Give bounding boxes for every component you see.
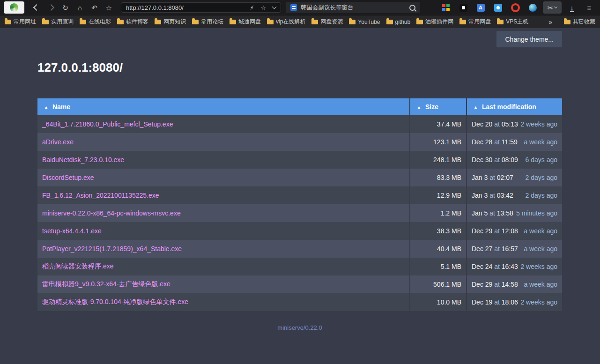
bookmark-item[interactable]: 常用网址 [5, 18, 36, 26]
tab-title: 韩国会副议长等窗台 [301, 4, 406, 12]
folder-icon [230, 20, 236, 24]
sort-header-size[interactable]: ▲Size [409, 98, 466, 115]
file-link[interactable]: DiscordSetup.exe [42, 174, 94, 181]
file-modified: Dec 20 at 05:132 weeks ago [466, 115, 562, 133]
sort-header-modified[interactable]: ▲Last modification [466, 98, 562, 115]
bookmark-item[interactable]: 油猴插件网 [416, 18, 453, 26]
folder-icon [497, 20, 504, 24]
flash-icon[interactable]: ⚡ [250, 5, 254, 11]
file-link[interactable]: tsetup-x64.4.4.1.exe [42, 227, 102, 235]
table-row: FB_1.6.12_Asion_20221001135225.exe12.9 M… [37, 186, 562, 204]
adblock-extension-button[interactable] [508, 1, 522, 14]
back-button[interactable] [29, 1, 44, 14]
miniserve-version-link[interactable]: miniserve/0.22.0 [277, 324, 322, 331]
bookmark-item[interactable]: YouTube [349, 19, 380, 25]
folder-icon [386, 20, 393, 24]
file-link[interactable]: _64Bit_1.7.21860.0_Public_mefcl_Setup.ex… [42, 120, 173, 128]
file-link[interactable]: 雷电模拟器9_v9.0.32-x64-去广告绿色版.exe [42, 280, 170, 288]
screenshot-tool-button[interactable]: ✂ [543, 1, 562, 14]
file-size: 40.4 MB [409, 240, 466, 258]
search-icon[interactable] [409, 5, 415, 11]
change-theme-button[interactable]: Change theme... [496, 31, 562, 47]
bookmark-item[interactable]: VPS主机 [497, 18, 528, 26]
sort-header-name[interactable]: ▲Name [37, 98, 409, 115]
bookmark-item[interactable]: 实用查询 [42, 18, 74, 26]
chevron-left-icon [33, 4, 39, 11]
extension-dark-button[interactable] [456, 1, 470, 14]
bookmark-label: 在线电影 [89, 18, 111, 26]
folder-icon [155, 20, 161, 24]
extension-blue-button[interactable] [491, 1, 505, 14]
download-button[interactable]: ↓ [565, 1, 579, 14]
folder-icon [349, 20, 356, 24]
folder-icon [80, 20, 86, 24]
header-label: Size [425, 103, 438, 111]
bookmark-label: 实用查询 [51, 18, 74, 26]
bookmarks-bar: 常用网址实用查询在线电影软件博客网页知识常用论坛城通网盘vip在线解析网盘资源Y… [0, 15, 600, 28]
table-header-row: ▲Name ▲Size ▲Last modification [37, 98, 562, 115]
bookmark-star-button[interactable]: ☆ [102, 1, 116, 14]
folder-icon [416, 20, 423, 24]
address-bar-icons: ⚡ ☆ [250, 5, 276, 11]
bookmark-item[interactable]: github [386, 19, 411, 25]
bookmark-item[interactable]: 网盘资源 [311, 18, 343, 26]
tab-favicon [290, 4, 297, 11]
browser-logo[interactable] [4, 1, 24, 14]
bookmark-item[interactable]: 软件博客 [117, 18, 148, 26]
sort-asc-icon: ▲ [474, 105, 478, 110]
file-link[interactable]: 稻壳阅读器安装程序.exe [42, 262, 113, 270]
file-link[interactable]: aDrive.exe [42, 138, 74, 146]
favorite-star-icon[interactable]: ☆ [260, 5, 266, 11]
bookmark-other-favorites[interactable]: 其它收藏 [558, 18, 595, 26]
folder-icon [117, 20, 124, 24]
menu-button[interactable]: ≡ [582, 1, 596, 14]
undo-button[interactable]: ↶ [87, 1, 102, 14]
folder-icon [564, 20, 570, 24]
file-link[interactable]: 驱动精灵标准版-9.70.0.104-纯净版绿色单文件.exe [42, 298, 188, 305]
folder-icon [5, 20, 11, 24]
download-icon: ↓ [570, 4, 574, 11]
globe-icon [529, 4, 537, 12]
file-link[interactable]: BaiduNetdisk_7.23.0.10.exe [42, 156, 124, 163]
home-button[interactable]: ⌂ [73, 1, 87, 14]
bookmark-label: YouTube [358, 19, 380, 25]
forward-button[interactable] [44, 1, 58, 14]
file-size: 1.2 MB [409, 204, 466, 222]
sort-asc-icon: ▲ [44, 105, 48, 110]
file-modified: Dec 27 at 16:57a week ago [466, 240, 562, 258]
chevron-right-icon [47, 4, 54, 11]
footer: miniserve/0.22.0 [37, 323, 562, 332]
bookmark-item[interactable]: 常用论坛 [192, 18, 223, 26]
file-link[interactable]: miniserve-0.22.0-x86_64-pc-windows-msvc.… [42, 209, 181, 217]
globe-extension-button[interactable] [526, 1, 540, 14]
apps-grid-button[interactable] [439, 1, 453, 14]
address-bar[interactable]: http://127.0.0.1:8080/ ⚡ ☆ [121, 2, 281, 13]
file-link[interactable]: FB_1.6.12_Asion_20221001135225.exe [42, 192, 159, 199]
address-dropdown-icon[interactable] [272, 5, 277, 9]
bookmarks-overflow-button[interactable]: » [543, 18, 558, 26]
bookmark-item[interactable]: 城通网盘 [230, 18, 261, 26]
table-row: 雷电模拟器9_v9.0.32-x64-去广告绿色版.exe506.1 MBDec… [37, 275, 562, 293]
caret-down-icon [554, 5, 557, 8]
translate-icon: A [477, 4, 485, 12]
url-text: http://127.0.0.1:8080/ [126, 4, 250, 11]
browser-tab[interactable]: 韩国会副议长等窗台 [286, 2, 420, 13]
reload-button[interactable]: ↻ [58, 1, 73, 14]
reload-icon: ↻ [62, 4, 68, 11]
bookmark-item[interactable]: 在线电影 [80, 18, 111, 26]
bookmark-item[interactable]: vip在线解析 [267, 18, 305, 26]
bookmark-item[interactable]: 网页知识 [155, 18, 186, 26]
star-icon: ☆ [106, 4, 112, 11]
page-title: 127.0.0.1:8080/ [37, 60, 562, 75]
file-modified: Dec 30 at 08:096 days ago [466, 151, 562, 169]
bookmark-label: 常用论坛 [201, 18, 223, 26]
browser-toolbar: ↻ ⌂ ↶ ☆ http://127.0.0.1:8080/ ⚡ ☆ 韩国会副议… [0, 0, 600, 15]
bookmark-item[interactable]: 常用网盘 [459, 18, 491, 26]
file-size: 37.4 MB [409, 115, 466, 133]
undo-icon: ↶ [91, 4, 97, 11]
folder-icon [459, 20, 466, 24]
folder-icon [192, 20, 199, 24]
translate-extension-button[interactable]: A [474, 1, 488, 14]
file-link[interactable]: PotPlayer_v221215(1.7.21859)_x64_Stable.… [42, 245, 182, 253]
theme-row: Change theme... [37, 28, 562, 47]
